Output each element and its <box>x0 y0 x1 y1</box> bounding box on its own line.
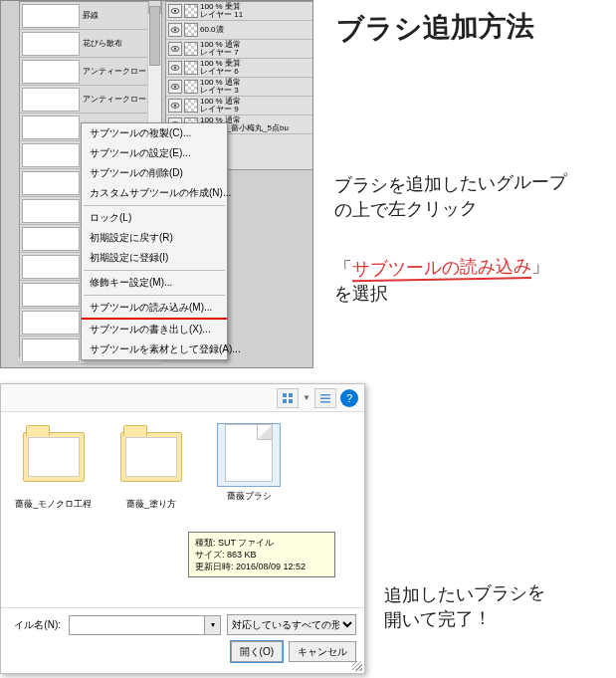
subtool-thumb <box>22 143 80 167</box>
subtool-thumb <box>22 311 80 335</box>
eye-icon[interactable] <box>168 4 182 18</box>
layer-name: レイヤー 11 <box>200 11 243 19</box>
tooltip-date: 更新日時: 2016/08/09 12:52 <box>195 561 328 572</box>
context-menu: サブツールの複製(C)... サブツールの設定(E)... サブツールの削除(D… <box>81 122 228 360</box>
layer-name: レイヤー 3 <box>200 87 241 95</box>
view-list-icon[interactable] <box>314 388 336 408</box>
svg-rect-16 <box>283 399 287 403</box>
subtool-item[interactable]: アンティークローズ×8 <box>20 58 161 86</box>
svg-rect-17 <box>289 399 293 403</box>
tooltip-type: 種類: SUT ファイル <box>195 537 328 549</box>
layer-thumb <box>184 80 198 94</box>
layer-name: レイヤー 6 <box>200 68 241 76</box>
menu-material[interactable]: サブツールを素材として登録(A)... <box>82 339 227 359</box>
subtool-thumb <box>22 32 80 56</box>
eye-icon[interactable] <box>168 99 182 113</box>
annotation-step3: 追加したいブラシを 開いて完了！ <box>384 579 614 633</box>
file-item-sut[interactable]: 薔薇ブラシ <box>210 422 288 503</box>
layer-row[interactable]: 60.0濃 <box>166 21 313 40</box>
annotation-text: 開いて完了！ <box>384 608 492 630</box>
menu-modifier[interactable]: 修飾キー設定(M)... <box>82 273 227 293</box>
subtool-item[interactable]: アンティークローズ×8グレー <box>20 86 161 113</box>
folder-icon <box>23 432 85 494</box>
file-label: 薔薇_モノクロ工程 <box>15 498 93 511</box>
svg-point-3 <box>174 29 177 32</box>
file-item-folder[interactable]: 薔薇_塗り方 <box>112 422 190 511</box>
filename-label: イル名(N): <box>9 618 63 632</box>
annotation-text: ブラシを追加したいグループ <box>334 171 567 195</box>
dialog-toolbar: ▼ ? <box>1 384 364 412</box>
annotation-highlight: サブツールの読み込み <box>352 256 531 282</box>
annotation-step2: 「サブツールの読み込み」 を選択 <box>334 253 614 308</box>
layer-thumb <box>184 23 198 37</box>
file-tooltip: 種類: SUT ファイル サイズ: 863 KB 更新日時: 2016/08/0… <box>188 532 335 577</box>
dropdown-arrow-icon[interactable]: ▼ <box>303 393 310 402</box>
view-thumbnails-icon[interactable] <box>277 388 299 408</box>
eye-icon[interactable] <box>168 23 182 37</box>
layer-name: レイヤー 7 <box>200 49 241 57</box>
file-item-folder[interactable]: 薔薇_モノクロ工程 <box>15 422 93 511</box>
subtool-thumb <box>22 283 80 307</box>
dialog-file-list[interactable]: 薔薇_モノクロ工程 薔薇_塗り方 薔薇ブラシ 種類: SUT ファイル サイズ:… <box>1 412 364 607</box>
svg-rect-18 <box>320 394 330 396</box>
svg-rect-20 <box>320 401 330 403</box>
svg-point-1 <box>174 10 177 13</box>
cancel-button[interactable]: キャンセル <box>289 641 356 662</box>
scroll-thumb[interactable] <box>149 6 160 66</box>
svg-point-11 <box>174 105 177 108</box>
subtool-thumb <box>22 255 80 279</box>
subtool-thumb <box>22 115 80 139</box>
svg-point-5 <box>174 48 177 51</box>
layer-row[interactable]: 100 % 通常レイヤー 7 <box>166 40 313 59</box>
svg-rect-19 <box>320 397 330 399</box>
eye-icon[interactable] <box>168 42 182 56</box>
subtool-thumb <box>22 339 80 362</box>
annotation-text: の上で左クリック <box>334 198 478 221</box>
menu-separator <box>84 205 225 206</box>
menu-export[interactable]: サブツールの書き出し(X)... <box>82 320 227 339</box>
filetype-select[interactable]: 対応しているすべての形式 <box>227 614 356 635</box>
layer-thumb <box>184 42 198 56</box>
help-icon[interactable]: ? <box>340 389 358 407</box>
menu-custom[interactable]: カスタムサブツールの作成(N)... <box>82 183 227 203</box>
document-icon <box>218 424 280 486</box>
subtool-item[interactable]: 花びら散布 <box>20 30 161 58</box>
tooltip-size: サイズ: 863 KB <box>195 549 328 561</box>
filename-input[interactable] <box>69 615 205 635</box>
open-button[interactable]: 開く(O) <box>231 641 283 662</box>
svg-rect-15 <box>289 393 293 397</box>
subtool-thumb <box>22 199 80 223</box>
eye-icon[interactable] <box>168 80 182 94</box>
subtool-thumb <box>22 88 80 112</box>
menu-separator <box>84 270 225 271</box>
file-open-dialog: ▼ ? 薔薇_モノクロ工程 薔薇_塗り方 薔薇ブラシ 種類: SUT ファイル … <box>0 383 365 674</box>
menu-duplicate[interactable]: サブツールの複製(C)... <box>82 123 227 143</box>
menu-delete[interactable]: サブツールの削除(D) <box>82 163 227 183</box>
eye-icon[interactable] <box>168 61 182 75</box>
menu-settings[interactable]: サブツールの設定(E)... <box>82 143 227 163</box>
dialog-footer: イル名(N): ▾ 対応しているすべての形式 開く(O) キャンセル <box>1 607 364 668</box>
subtool-thumb <box>22 60 80 84</box>
layer-thumb <box>184 99 198 113</box>
subtool-item[interactable]: 罫線 <box>20 2 161 30</box>
annotation-step1: ブラシを追加したいグループ の上で左クリック <box>334 169 614 224</box>
layer-thumb <box>184 61 198 75</box>
combo-dropdown-icon[interactable]: ▾ <box>205 615 221 635</box>
menu-register[interactable]: 初期設定に登録(I) <box>82 248 227 268</box>
layer-name: レイヤー 9 <box>200 106 241 113</box>
layer-row[interactable]: 100 % 通常レイヤー 9 <box>166 97 313 115</box>
folder-icon <box>120 432 182 494</box>
layer-row[interactable]: 100 % 通常レイヤー 3 <box>166 78 313 97</box>
menu-separator <box>84 295 225 296</box>
layer-row[interactable]: 100 % 乗算レイヤー 6 <box>166 59 313 78</box>
resize-grip-icon[interactable] <box>352 661 362 671</box>
subtool-thumb <box>22 171 80 195</box>
menu-import[interactable]: サブツールの読み込み(M)... <box>82 298 227 320</box>
subtool-label: 花びら散布 <box>83 38 122 49</box>
menu-reset[interactable]: 初期設定に戻す(R) <box>82 228 227 248</box>
svg-point-7 <box>174 67 177 70</box>
menu-lock[interactable]: ロック(L) <box>82 208 227 228</box>
annotation-text: 「 <box>334 259 352 279</box>
app-window: 罫線 花びら散布 アンティークローズ×8 アンティークローズ×8グレー アンティ… <box>0 0 313 368</box>
layer-row[interactable]: 100 % 乗算レイヤー 11 <box>166 2 313 21</box>
